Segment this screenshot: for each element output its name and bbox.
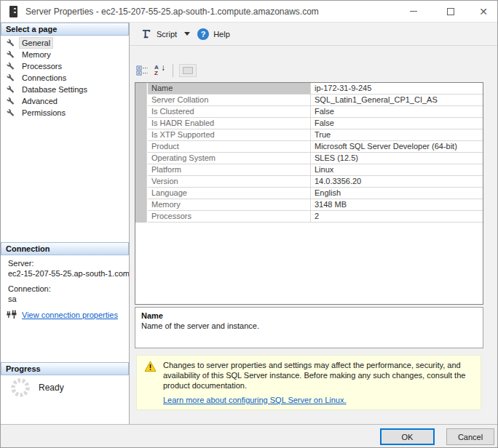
script-toolbar: Script ? Help (130, 23, 498, 46)
cancel-button[interactable]: Cancel (446, 428, 494, 445)
sidebar-item-memory[interactable]: Memory (1, 49, 129, 60)
wrench-icon (7, 108, 15, 117)
maximize-icon (447, 8, 454, 15)
property-pages-icon (179, 64, 197, 77)
close-icon: ✕ (479, 7, 488, 17)
property-value: False (311, 118, 483, 129)
sidebar-item-label: Memory (20, 49, 53, 60)
sidebar-item-label: Permissions (20, 108, 68, 118)
connection-header: Connection (1, 242, 129, 255)
table-row[interactable]: Language English (148, 188, 483, 199)
connection-value: sa (8, 295, 17, 303)
sidebar-item-connections[interactable]: Connections (1, 72, 129, 84)
sidebar-item-permissions[interactable]: Permissions (1, 107, 129, 119)
alphabetical-sort-icon[interactable]: A Z ↓ (154, 65, 168, 76)
table-row[interactable]: Product Microsoft SQL Server Developer (… (148, 141, 483, 153)
sidebar-item-processors[interactable]: Processors (1, 60, 129, 72)
sidebar-item-label: Advanced (20, 96, 60, 106)
page-list: General Memory Processors Connections Da… (1, 37, 129, 119)
property-grid-gutter (135, 83, 147, 223)
description-text: Name of the server and instance. (141, 321, 477, 330)
property-pages-glyph (183, 67, 193, 74)
sidebar: Select a page General Memory Processors … (1, 23, 130, 424)
main-panel: Script ? Help A Z ↓ (130, 23, 498, 424)
server-label: Server: (8, 259, 33, 268)
sidebar-item-label: Processors (20, 61, 64, 71)
sidebar-item-label: General (20, 38, 52, 48)
property-name: Product (148, 141, 311, 152)
wrench-icon (7, 85, 15, 94)
view-connection-properties-link[interactable]: View connection properties (22, 311, 118, 319)
property-description-box: Name Name of the server and instance. (135, 307, 483, 348)
wrench-icon (7, 39, 15, 47)
script-dropdown-icon[interactable] (184, 32, 190, 36)
help-button-label: Help (213, 30, 230, 39)
property-name: Is XTP Supported (148, 129, 311, 140)
server-properties-dialog: Server Properties - ec2-15-207-55-25.ap-… (0, 0, 498, 448)
property-grid-toolbar: A Z ↓ (136, 64, 197, 77)
table-row[interactable]: Processors 2 (148, 211, 483, 223)
property-value: Microsoft SQL Server Developer (64-bit) (311, 141, 483, 152)
script-icon (141, 28, 152, 39)
table-row[interactable]: Is Clustered False (148, 106, 483, 118)
property-name: Is Clustered (148, 106, 311, 117)
property-grid: Name ip-172-31-9-245 Server Collation SQ… (135, 82, 483, 305)
help-button[interactable]: ? Help (193, 26, 234, 42)
description-title: Name (141, 311, 477, 320)
table-row[interactable]: Version 14.0.3356.20 (148, 176, 483, 188)
property-name: Name (148, 83, 311, 94)
property-name: Memory (148, 199, 311, 210)
warning-icon (144, 361, 157, 372)
property-name: Server Collation (148, 95, 311, 105)
wrench-icon (7, 97, 15, 105)
property-name: Platform (148, 164, 311, 175)
ok-button[interactable]: OK (380, 428, 435, 445)
property-name: Processors (148, 211, 311, 222)
table-row[interactable]: Is XTP Supported True (148, 129, 483, 141)
window-title: Server Properties - ec2-15-207-55-25.ap-… (25, 7, 319, 17)
sidebar-item-label: Connections (20, 73, 68, 83)
table-row[interactable]: Is HADR Enabled False (148, 118, 483, 129)
property-value: SQL_Latin1_General_CP1_CI_AS (311, 95, 483, 105)
table-row[interactable]: Operating System SLES (12.5) (148, 153, 483, 164)
table-row[interactable]: Memory 3148 MB (148, 199, 483, 211)
footer: OK Cancel (1, 425, 497, 447)
warning-learn-more-link[interactable]: Learn more about configuring SQL Server … (163, 396, 347, 404)
select-a-page-header: Select a page (1, 23, 129, 36)
property-value: SLES (12.5) (311, 153, 483, 164)
table-row[interactable]: Name ip-172-31-9-245 (148, 83, 483, 95)
script-button-label: Script (157, 30, 177, 39)
maximize-button[interactable] (439, 1, 462, 22)
sidebar-item-general[interactable]: General (1, 37, 129, 49)
property-value: English (311, 188, 483, 199)
property-name: Language (148, 188, 311, 199)
toolbar-separator (173, 64, 173, 77)
categorized-icon[interactable] (136, 65, 149, 76)
connection-label: Connection: (8, 284, 51, 293)
property-name: Is HADR Enabled (148, 118, 311, 129)
sidebar-item-label: Database Settings (20, 84, 90, 95)
sidebar-item-database-settings[interactable]: Database Settings (1, 84, 129, 95)
property-value: False (311, 106, 483, 117)
sort-arrow: ↓ (161, 65, 165, 71)
property-value: 2 (311, 211, 483, 222)
warning-box: Changes to server properties and setting… (136, 355, 481, 410)
progress-spinner-icon (9, 377, 31, 399)
view-connection-properties[interactable]: View connection properties (7, 309, 118, 321)
server-icon (9, 6, 17, 17)
table-row[interactable]: Server Collation SQL_Latin1_General_CP1_… (148, 95, 483, 106)
title-bar: Server Properties - ec2-15-207-55-25.ap-… (1, 1, 497, 23)
wrench-icon (7, 50, 15, 59)
property-value: 14.0.3356.20 (311, 176, 483, 187)
close-button[interactable]: ✕ (472, 1, 495, 22)
minimize-button[interactable] (402, 1, 425, 22)
wrench-icon (7, 62, 15, 71)
progress-header: Progress (1, 362, 129, 375)
property-value: True (311, 129, 483, 140)
minimize-icon (410, 11, 417, 12)
table-row[interactable]: Platform Linux (148, 164, 483, 176)
sidebar-item-advanced[interactable]: Advanced (1, 95, 129, 107)
property-value: Linux (311, 164, 483, 175)
script-button[interactable]: Script (137, 26, 181, 41)
property-value: ip-172-31-9-245 (311, 83, 483, 94)
